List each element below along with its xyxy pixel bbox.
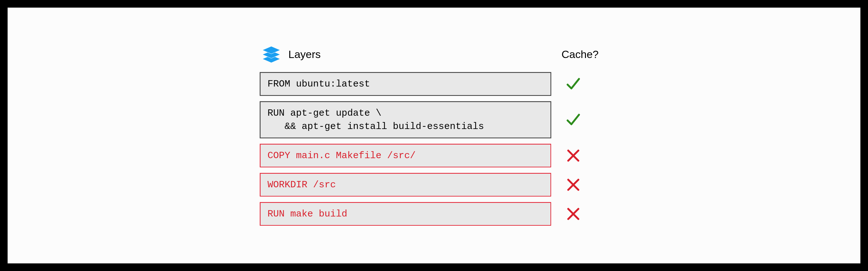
layer-box: FROM ubuntu:latest (260, 72, 551, 96)
diagram-content: Layers Cache? FROM ubuntu:latest RUN apt… (260, 46, 608, 226)
cross-icon (564, 148, 583, 163)
layer-row: WORKDIR /src (260, 173, 608, 196)
layer-box: RUN apt-get update \ && apt-get install … (260, 102, 551, 138)
layers-icon (260, 46, 283, 63)
layers-label: Layers (288, 48, 321, 60)
svg-marker-2 (262, 46, 280, 54)
header-row: Layers Cache? (260, 46, 608, 63)
layers-heading: Layers (260, 46, 321, 63)
layer-row: COPY main.c Makefile /src/ (260, 144, 608, 167)
layer-box: COPY main.c Makefile /src/ (260, 144, 551, 167)
check-icon (564, 76, 583, 91)
cache-label: Cache? (562, 48, 599, 60)
cross-icon (564, 177, 583, 192)
layer-box: RUN make build (260, 202, 551, 226)
layer-row: RUN apt-get update \ && apt-get install … (260, 102, 608, 138)
check-icon (564, 112, 583, 128)
diagram-frame: Layers Cache? FROM ubuntu:latest RUN apt… (0, 0, 868, 271)
layer-box: WORKDIR /src (260, 173, 551, 196)
cross-icon (564, 206, 583, 221)
layer-row: FROM ubuntu:latest (260, 72, 608, 96)
layer-row: RUN make build (260, 202, 608, 226)
